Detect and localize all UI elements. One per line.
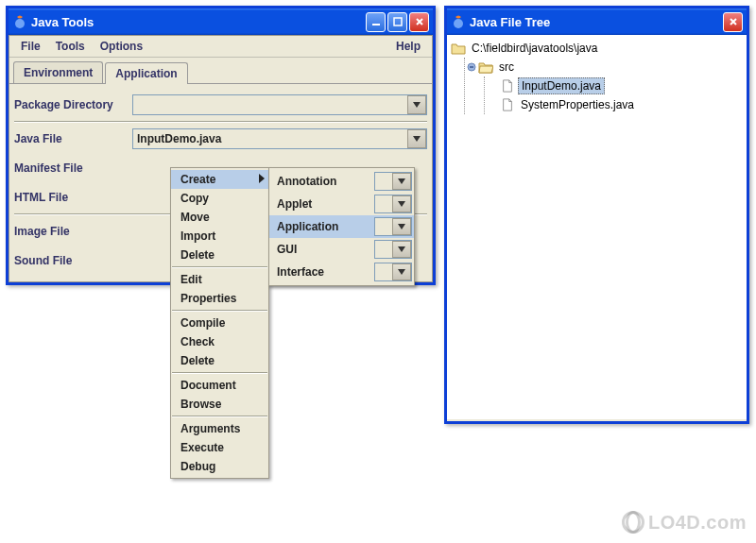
context-menu-item-delete[interactable]: Delete <box>171 246 268 264</box>
submenu-item-label: Applet <box>277 197 374 211</box>
chevron-down-icon[interactable] <box>407 129 426 148</box>
menu-separator <box>172 266 267 268</box>
svg-point-3 <box>454 19 463 28</box>
context-menu-item-document[interactable]: Document <box>171 376 268 395</box>
package-dir-combo[interactable] <box>132 94 427 115</box>
tree-file[interactable]: SystemProperties.java <box>487 95 743 114</box>
svg-rect-2 <box>394 18 402 25</box>
menu-separator <box>172 372 267 374</box>
tree-folder-label: src <box>496 59 517 75</box>
context-menu-item-properties[interactable]: Properties <box>171 289 268 308</box>
context-menu-item-edit[interactable]: Edit <box>171 270 268 289</box>
chevron-down-icon[interactable] <box>392 173 411 190</box>
folder-open-icon <box>478 60 493 74</box>
submenu-item-combo[interactable] <box>374 263 412 281</box>
collapse-toggle-icon[interactable] <box>467 62 476 72</box>
submenu-item-combo[interactable] <box>374 240 412 259</box>
context-menu-item-browse[interactable]: Browse <box>171 395 268 414</box>
submenu-item-label: Interface <box>277 265 374 279</box>
file-icon <box>500 98 515 111</box>
window-title: Java Tools <box>31 15 366 29</box>
globe-icon <box>622 511 644 534</box>
tree-root-label: C:\fieldbird\javatools\java <box>469 41 600 56</box>
chevron-down-icon[interactable] <box>407 95 426 114</box>
close-button[interactable] <box>409 12 429 32</box>
submenu-item-label: Annotation <box>277 175 374 188</box>
context-menu-item-move[interactable]: Move <box>171 208 268 227</box>
watermark: LO4D.com <box>622 511 747 534</box>
menu-help[interactable]: Help <box>388 38 428 55</box>
submenu-item-application[interactable]: Application <box>269 215 414 238</box>
submenu-item-combo[interactable] <box>374 217 412 236</box>
java-app-icon <box>451 14 466 29</box>
java-file-combo[interactable]: InputDemo.java <box>132 128 427 149</box>
java-app-icon <box>12 14 27 29</box>
context-menu-item-debug[interactable]: Debug <box>171 457 268 476</box>
submenu-item-combo[interactable] <box>374 172 412 191</box>
context-menu-item-execute[interactable]: Execute <box>171 438 268 457</box>
menu-file[interactable]: File <box>13 38 48 55</box>
java-file-tree-window: Java File Tree C:\fieldbird\javatools\ja… <box>444 6 749 424</box>
titlebar[interactable]: Java Tools <box>9 8 433 35</box>
submenu-item-gui[interactable]: GUI <box>269 238 414 261</box>
image-file-label: Image File <box>14 225 132 238</box>
chevron-down-icon[interactable] <box>392 218 411 235</box>
menu-separator <box>172 416 267 417</box>
tree-file-label: InputDemo.java <box>518 77 605 94</box>
maximize-button[interactable] <box>387 12 407 32</box>
context-menu-item-copy[interactable]: Copy <box>171 189 268 208</box>
menu-tools[interactable]: Tools <box>48 38 93 55</box>
submenu-item-applet[interactable]: Applet <box>269 193 414 215</box>
chevron-down-icon[interactable] <box>392 263 411 280</box>
context-menu-item-compile[interactable]: Compile <box>171 314 268 332</box>
submenu-item-label: Application <box>277 220 374 233</box>
svg-rect-5 <box>470 66 473 67</box>
context-menu: CreateAnnotationAppletApplicationGUIInte… <box>170 167 269 479</box>
html-file-label: HTML File <box>14 191 132 204</box>
menubar: File Tools Options Help <box>9 36 432 58</box>
context-menu-item-check[interactable]: Check <box>171 332 268 351</box>
context-menu-item-import[interactable]: Import <box>171 227 268 246</box>
submenu-item-combo[interactable] <box>374 195 412 213</box>
menu-options[interactable]: Options <box>93 38 150 55</box>
tree-file[interactable]: InputDemo.java <box>487 76 743 95</box>
context-menu-item-delete[interactable]: Delete <box>171 351 268 370</box>
tree-root[interactable]: C:\fieldbird\javatools\java <box>451 39 743 58</box>
create-submenu: AnnotationAppletApplicationGUIInterface <box>268 167 415 286</box>
window-title: Java File Tree <box>470 15 723 29</box>
submenu-item-interface[interactable]: Interface <box>269 261 414 283</box>
minimize-button[interactable] <box>366 12 386 32</box>
context-menu-item-arguments[interactable]: Arguments <box>171 419 268 438</box>
tree-file-label: SystemProperties.java <box>518 97 637 112</box>
chevron-down-icon[interactable] <box>392 241 411 258</box>
context-menu-item-create[interactable]: CreateAnnotationAppletApplicationGUIInte… <box>171 170 268 189</box>
tree-folder[interactable]: src <box>467 58 743 76</box>
manifest-file-label: Manifest File <box>14 161 132 175</box>
submenu-item-label: GUI <box>277 243 374 256</box>
menu-separator <box>172 310 267 312</box>
file-icon <box>500 79 515 93</box>
java-file-label: Java File <box>14 132 132 145</box>
separator <box>14 121 427 123</box>
svg-rect-1 <box>372 24 380 25</box>
submenu-item-annotation[interactable]: Annotation <box>269 170 414 193</box>
chevron-down-icon[interactable] <box>392 195 411 212</box>
tree-body: C:\fieldbird\javatools\java src InputDem… <box>447 35 747 419</box>
tab-environment[interactable]: Environment <box>13 61 103 83</box>
close-button[interactable] <box>723 12 743 32</box>
folder-icon <box>451 42 466 55</box>
submenu-arrow-icon <box>259 173 265 186</box>
package-dir-label: Package Directory <box>14 98 132 111</box>
tab-bar: Environment Application <box>9 58 432 83</box>
watermark-text: LO4D.com <box>648 512 747 534</box>
svg-point-0 <box>15 19 25 28</box>
tab-application[interactable]: Application <box>105 62 187 84</box>
sound-file-label: Sound File <box>14 254 132 267</box>
titlebar[interactable]: Java File Tree <box>447 8 747 35</box>
